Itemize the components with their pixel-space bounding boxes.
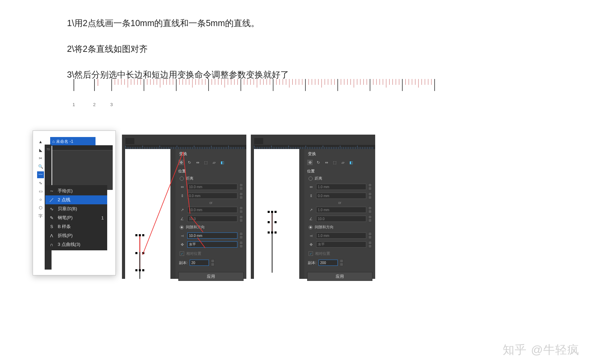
h-dist-input[interactable]: 10.0 mm (187, 184, 237, 190)
svg-rect-259 (271, 211, 273, 213)
step-2: 2\将2条直线如图对齐 (67, 41, 289, 57)
radio-distance[interactable]: 距离 (304, 174, 375, 182)
flyout-item-icon: Ｓ (49, 224, 54, 230)
screenshot-toolbox: ▲ ◣ ✂ 🔍 〰 ∿ ▭ ○ ⬡ 字 ⌂ 未命名 -1 70 ～手绘(E)／ (33, 130, 116, 275)
angle-len-icon: ↗ (308, 208, 314, 212)
relative-check[interactable]: ✓相对位置 (176, 249, 246, 258)
copies-input[interactable]: 200 (318, 260, 338, 266)
angle-len-input[interactable]: 1.0 mm (316, 207, 366, 213)
flyout-item[interactable]: ＳB 样条 (45, 222, 107, 231)
mirror-mode-icon[interactable]: ⇔ (195, 160, 200, 165)
apply-button[interactable]: 应用 (307, 272, 372, 281)
angle-deg-input[interactable]: 10.0 (316, 216, 366, 222)
shape-tool-icon[interactable]: ◣ (37, 147, 44, 153)
ruler-label-2: 2 (93, 102, 96, 107)
document-title: 未命名 -1 (56, 139, 73, 145)
ruler-label-3: 3 (110, 102, 113, 107)
flyout-item[interactable]: ／2 点线 (45, 195, 107, 204)
or-label: or (304, 200, 375, 205)
doc-tab[interactable] (254, 138, 263, 144)
ruler-mark: 70 (45, 146, 52, 153)
cube-icon[interactable]: ◧ (348, 160, 354, 165)
svg-rect-179 (135, 269, 137, 271)
gap-input[interactable]: 10.0 mm (187, 232, 237, 239)
curve-tool-icon[interactable]: ∿ (37, 180, 44, 186)
relative-check[interactable]: ✓相对位置 (304, 249, 375, 258)
canvas-area (52, 145, 113, 190)
pick-tool-icon[interactable]: ▲ (37, 138, 44, 145)
v-dist-input[interactable]: 0.0 mm (187, 193, 237, 199)
transform-panel: 变换 ✥ ↻ ⇔ ⬚ ▱ ◧ 位置 距离 ⇔ 1.0 mm ⇕ (304, 149, 375, 279)
h-dist-input[interactable]: 1.0 mm (316, 184, 366, 190)
canvas (125, 149, 170, 279)
mirror-mode-icon[interactable]: ⇔ (324, 160, 329, 165)
flyout-item[interactable]: ✎钢笔(P)1 (45, 213, 107, 222)
apply-button[interactable]: 应用 (178, 272, 244, 281)
angle-deg-icon: ∠ (308, 217, 314, 221)
document-tab[interactable]: ⌂ 未命名 -1 (50, 137, 96, 146)
flyout-item[interactable]: Λ折线(P) (45, 231, 107, 240)
home-icon: ⌂ (52, 139, 55, 144)
flyout-item-label: B 样条 (58, 224, 71, 230)
transform-mode-row: ✥ ↻ ⇔ ⬚ ▱ ◧ (176, 158, 246, 167)
ellipse-tool-icon[interactable]: ○ (37, 196, 44, 203)
svg-rect-176 (142, 234, 144, 236)
flyout-item[interactable]: ∩3 点曲线(3) (45, 240, 107, 249)
transform-panel: 变换 ✥ ↻ ⇔ ⬚ ▱ ◧ 位置 距离 ⇔ 10.0 mm ⇕ (176, 149, 246, 279)
flyout-item-label: 手绘(E) (58, 188, 72, 194)
ruler-label-1: 1 (72, 102, 75, 107)
angle-len-icon: ↗ (179, 208, 185, 212)
step-1: 1\用2点线画一条10mm的直线和一条5mm的直线。 (67, 15, 289, 31)
svg-rect-174 (135, 234, 137, 236)
mini-ruler (254, 145, 375, 149)
skew-mode-icon[interactable]: ▱ (340, 160, 346, 165)
flyout-item[interactable]: ～手绘(E) (45, 186, 107, 195)
freehand-tool-icon[interactable]: 〰 (37, 171, 44, 178)
flyout-item-icon: ∿ (49, 206, 54, 212)
angle-deg-input[interactable]: 10.0 (187, 216, 237, 222)
zoom-tool-icon[interactable]: 🔍 (37, 163, 44, 170)
panel-title: 变换 (304, 149, 375, 158)
flyout-item-icon: ／ (49, 197, 54, 203)
h-dist-icon: ⇔ (308, 185, 314, 189)
flyout-item-label: 贝塞尔(B) (58, 206, 77, 212)
flyout-item-icon: Λ (49, 233, 54, 238)
rotate-mode-icon[interactable]: ↻ (315, 160, 321, 165)
dir-icon: ✥ (308, 242, 314, 247)
screenshot-transform-long: 变换 ✥ ↻ ⇔ ⬚ ▱ ◧ 位置 距离 ⇔ 10.0 mm ⇕ (122, 135, 246, 279)
svg-rect-175 (139, 234, 141, 236)
svg-rect-177 (135, 252, 137, 254)
radio-distance[interactable]: 距离 (176, 174, 246, 182)
size-mode-icon[interactable]: ⬚ (332, 160, 337, 165)
watermark-author: @牛轻疯 (531, 342, 579, 358)
size-mode-icon[interactable]: ⬚ (203, 160, 209, 165)
rotate-mode-icon[interactable]: ↻ (187, 160, 192, 165)
v-dist-input[interactable]: 0.0 mm (316, 193, 366, 199)
angle-deg-icon: ∠ (179, 217, 185, 221)
screenshot-transform-short: 变换 ✥ ↻ ⇔ ⬚ ▱ ◧ 位置 距离 ⇔ 1.0 mm ⇕ (251, 135, 375, 279)
skew-mode-icon[interactable]: ▱ (211, 160, 217, 165)
direction-select[interactable]: 水平 (187, 241, 237, 248)
gap-input[interactable]: 1.0 mm (316, 232, 366, 239)
h-dist-icon: ⇔ (179, 185, 185, 189)
rectangle-tool-icon[interactable]: ▭ (37, 188, 44, 195)
doc-tab[interactable] (125, 138, 134, 144)
angle-len-input[interactable]: 10.0 mm (187, 207, 237, 213)
cube-icon[interactable]: ◧ (220, 160, 225, 165)
position-mode-icon[interactable]: ✥ (178, 160, 184, 165)
direction-select[interactable]: 水平 (316, 241, 366, 248)
polygon-tool-icon[interactable]: ⬡ (37, 204, 44, 211)
panel-title: 变换 (176, 149, 246, 158)
flyout-item-label: 2 点线 (58, 197, 70, 203)
radio-gap-dir[interactable]: 间隙和方向 (176, 223, 246, 231)
v-dist-icon: ⇕ (308, 194, 314, 198)
gap-icon: ⫤ (179, 234, 185, 238)
flyout-item[interactable]: ∿贝塞尔(B) (45, 204, 107, 213)
line-tool-flyout: ～手绘(E)／2 点线∿贝塞尔(B)✎钢笔(P)1ＳB 样条Λ折线(P)∩3 点… (45, 185, 107, 250)
position-mode-icon[interactable]: ✥ (307, 160, 313, 165)
text-tool-icon[interactable]: 字 (37, 213, 44, 219)
crop-tool-icon[interactable]: ✂ (37, 155, 44, 162)
copies-label: 副本: (179, 260, 188, 265)
radio-gap-dir[interactable]: 间隙和方向 (304, 223, 375, 231)
copies-input[interactable]: 20 (190, 260, 209, 266)
